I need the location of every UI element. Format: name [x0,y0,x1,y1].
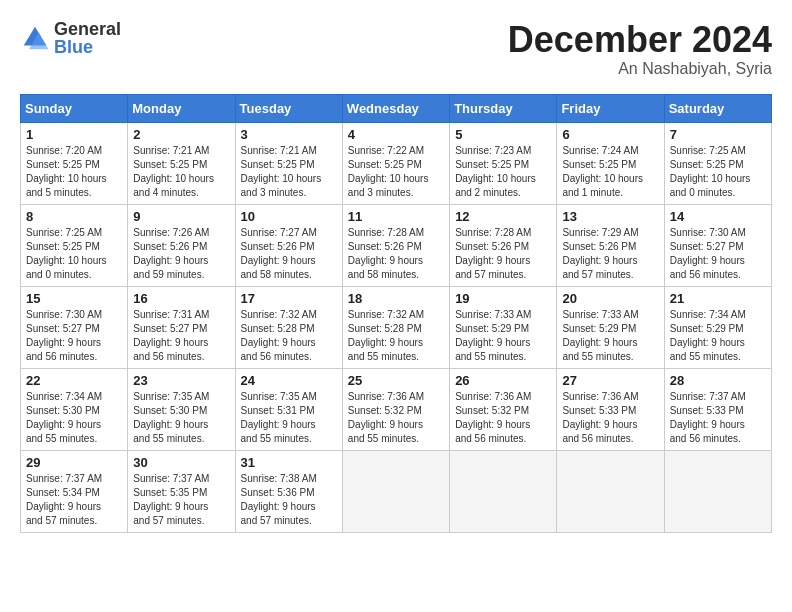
calendar-day-cell: 12Sunrise: 7:28 AM Sunset: 5:26 PM Dayli… [450,204,557,286]
logo-text: General Blue [54,20,121,56]
day-number: 10 [241,209,337,224]
calendar-day-cell [557,450,664,532]
header-day: Tuesday [235,94,342,122]
day-number: 17 [241,291,337,306]
calendar-day-cell: 20Sunrise: 7:33 AM Sunset: 5:29 PM Dayli… [557,286,664,368]
day-number: 28 [670,373,766,388]
day-number: 2 [133,127,229,142]
header-row: SundayMondayTuesdayWednesdayThursdayFrid… [21,94,772,122]
calendar-day-cell: 7Sunrise: 7:25 AM Sunset: 5:25 PM Daylig… [664,122,771,204]
day-info: Sunrise: 7:25 AM Sunset: 5:25 PM Dayligh… [670,144,766,200]
day-number: 20 [562,291,658,306]
calendar-day-cell: 8Sunrise: 7:25 AM Sunset: 5:25 PM Daylig… [21,204,128,286]
day-number: 30 [133,455,229,470]
calendar-day-cell: 21Sunrise: 7:34 AM Sunset: 5:29 PM Dayli… [664,286,771,368]
day-info: Sunrise: 7:37 AM Sunset: 5:33 PM Dayligh… [670,390,766,446]
day-info: Sunrise: 7:21 AM Sunset: 5:25 PM Dayligh… [241,144,337,200]
day-info: Sunrise: 7:34 AM Sunset: 5:30 PM Dayligh… [26,390,122,446]
day-number: 19 [455,291,551,306]
calendar-day-cell [342,450,449,532]
calendar-day-cell: 1Sunrise: 7:20 AM Sunset: 5:25 PM Daylig… [21,122,128,204]
calendar-day-cell: 4Sunrise: 7:22 AM Sunset: 5:25 PM Daylig… [342,122,449,204]
calendar-day-cell: 9Sunrise: 7:26 AM Sunset: 5:26 PM Daylig… [128,204,235,286]
day-info: Sunrise: 7:36 AM Sunset: 5:32 PM Dayligh… [348,390,444,446]
header-day: Monday [128,94,235,122]
calendar-day-cell: 14Sunrise: 7:30 AM Sunset: 5:27 PM Dayli… [664,204,771,286]
page-header: General Blue December 2024 An Nashabiyah… [20,20,772,78]
calendar-day-cell: 17Sunrise: 7:32 AM Sunset: 5:28 PM Dayli… [235,286,342,368]
header-day: Wednesday [342,94,449,122]
day-info: Sunrise: 7:35 AM Sunset: 5:31 PM Dayligh… [241,390,337,446]
calendar-day-cell: 26Sunrise: 7:36 AM Sunset: 5:32 PM Dayli… [450,368,557,450]
day-number: 9 [133,209,229,224]
day-number: 14 [670,209,766,224]
calendar-day-cell: 15Sunrise: 7:30 AM Sunset: 5:27 PM Dayli… [21,286,128,368]
day-info: Sunrise: 7:30 AM Sunset: 5:27 PM Dayligh… [26,308,122,364]
calendar-week-row: 29Sunrise: 7:37 AM Sunset: 5:34 PM Dayli… [21,450,772,532]
calendar-day-cell: 3Sunrise: 7:21 AM Sunset: 5:25 PM Daylig… [235,122,342,204]
day-number: 16 [133,291,229,306]
day-info: Sunrise: 7:26 AM Sunset: 5:26 PM Dayligh… [133,226,229,282]
calendar-day-cell: 31Sunrise: 7:38 AM Sunset: 5:36 PM Dayli… [235,450,342,532]
day-info: Sunrise: 7:37 AM Sunset: 5:34 PM Dayligh… [26,472,122,528]
day-number: 4 [348,127,444,142]
logo-icon [20,23,50,53]
day-number: 23 [133,373,229,388]
calendar-day-cell: 30Sunrise: 7:37 AM Sunset: 5:35 PM Dayli… [128,450,235,532]
calendar-day-cell [450,450,557,532]
header-day: Saturday [664,94,771,122]
calendar-week-row: 1Sunrise: 7:20 AM Sunset: 5:25 PM Daylig… [21,122,772,204]
day-number: 6 [562,127,658,142]
header-day: Thursday [450,94,557,122]
calendar-day-cell: 19Sunrise: 7:33 AM Sunset: 5:29 PM Dayli… [450,286,557,368]
calendar-day-cell: 13Sunrise: 7:29 AM Sunset: 5:26 PM Dayli… [557,204,664,286]
day-number: 22 [26,373,122,388]
location: An Nashabiyah, Syria [508,60,772,78]
calendar-day-cell: 22Sunrise: 7:34 AM Sunset: 5:30 PM Dayli… [21,368,128,450]
day-info: Sunrise: 7:28 AM Sunset: 5:26 PM Dayligh… [348,226,444,282]
calendar-day-cell: 28Sunrise: 7:37 AM Sunset: 5:33 PM Dayli… [664,368,771,450]
calendar-week-row: 22Sunrise: 7:34 AM Sunset: 5:30 PM Dayli… [21,368,772,450]
day-number: 7 [670,127,766,142]
day-number: 24 [241,373,337,388]
day-info: Sunrise: 7:24 AM Sunset: 5:25 PM Dayligh… [562,144,658,200]
day-info: Sunrise: 7:25 AM Sunset: 5:25 PM Dayligh… [26,226,122,282]
day-number: 5 [455,127,551,142]
day-info: Sunrise: 7:32 AM Sunset: 5:28 PM Dayligh… [241,308,337,364]
day-number: 1 [26,127,122,142]
day-number: 15 [26,291,122,306]
month-title: December 2024 [508,20,772,60]
calendar-day-cell: 24Sunrise: 7:35 AM Sunset: 5:31 PM Dayli… [235,368,342,450]
day-info: Sunrise: 7:35 AM Sunset: 5:30 PM Dayligh… [133,390,229,446]
day-info: Sunrise: 7:36 AM Sunset: 5:33 PM Dayligh… [562,390,658,446]
day-info: Sunrise: 7:32 AM Sunset: 5:28 PM Dayligh… [348,308,444,364]
calendar-day-cell: 18Sunrise: 7:32 AM Sunset: 5:28 PM Dayli… [342,286,449,368]
day-info: Sunrise: 7:20 AM Sunset: 5:25 PM Dayligh… [26,144,122,200]
calendar-day-cell: 2Sunrise: 7:21 AM Sunset: 5:25 PM Daylig… [128,122,235,204]
day-info: Sunrise: 7:34 AM Sunset: 5:29 PM Dayligh… [670,308,766,364]
header-day: Friday [557,94,664,122]
day-number: 25 [348,373,444,388]
day-info: Sunrise: 7:27 AM Sunset: 5:26 PM Dayligh… [241,226,337,282]
day-number: 26 [455,373,551,388]
calendar-day-cell: 11Sunrise: 7:28 AM Sunset: 5:26 PM Dayli… [342,204,449,286]
day-info: Sunrise: 7:37 AM Sunset: 5:35 PM Dayligh… [133,472,229,528]
day-info: Sunrise: 7:33 AM Sunset: 5:29 PM Dayligh… [455,308,551,364]
calendar-day-cell: 23Sunrise: 7:35 AM Sunset: 5:30 PM Dayli… [128,368,235,450]
day-info: Sunrise: 7:36 AM Sunset: 5:32 PM Dayligh… [455,390,551,446]
header-day: Sunday [21,94,128,122]
day-info: Sunrise: 7:28 AM Sunset: 5:26 PM Dayligh… [455,226,551,282]
calendar-week-row: 15Sunrise: 7:30 AM Sunset: 5:27 PM Dayli… [21,286,772,368]
logo-general: General [54,20,121,38]
day-number: 21 [670,291,766,306]
logo: General Blue [20,20,121,56]
day-number: 18 [348,291,444,306]
calendar-day-cell [664,450,771,532]
title-block: December 2024 An Nashabiyah, Syria [508,20,772,78]
day-info: Sunrise: 7:31 AM Sunset: 5:27 PM Dayligh… [133,308,229,364]
logo-blue: Blue [54,38,121,56]
day-info: Sunrise: 7:30 AM Sunset: 5:27 PM Dayligh… [670,226,766,282]
day-number: 13 [562,209,658,224]
day-number: 3 [241,127,337,142]
day-number: 31 [241,455,337,470]
